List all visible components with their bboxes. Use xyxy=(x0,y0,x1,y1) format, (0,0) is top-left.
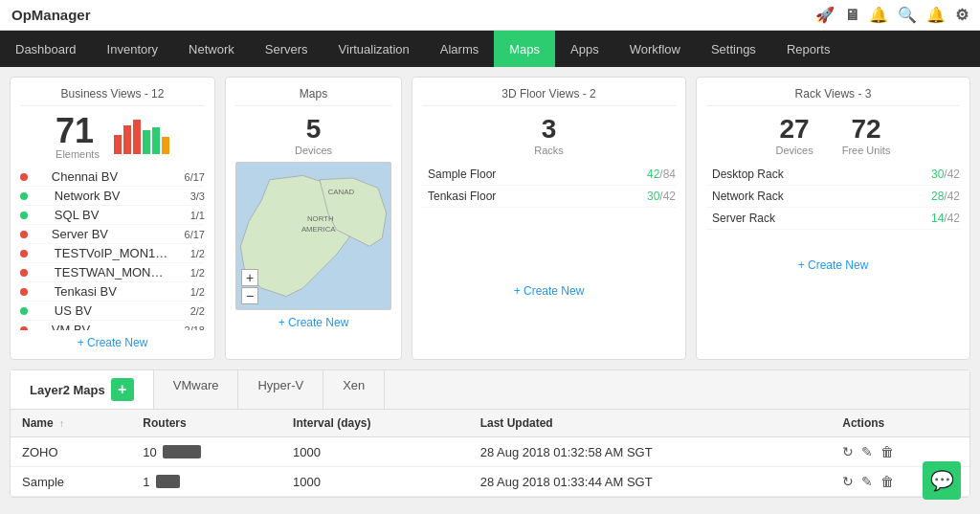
rocket-icon[interactable]: 🚀 xyxy=(815,6,835,24)
add-map-button[interactable]: + xyxy=(111,378,134,401)
status-dot xyxy=(20,326,28,331)
bv-item-count: 1/2 xyxy=(190,286,205,298)
bv-item-count: 1/2 xyxy=(190,248,205,259)
list-item: Chennai BV 6/17 xyxy=(20,168,205,187)
router-cell: 10 xyxy=(143,445,270,459)
map-create-new[interactable]: + Create New xyxy=(235,316,391,329)
bv-list: Chennai BV 6/17 Network BV 3/3 SQL BV 1/… xyxy=(20,168,205,330)
nav-virtualization[interactable]: Virtualization xyxy=(323,31,425,67)
nav-reports[interactable]: Reports xyxy=(771,31,846,67)
bv-item-count: 6/17 xyxy=(185,171,205,183)
bv-item-name: SQL BV xyxy=(55,208,169,222)
tab-hyperv[interactable]: Hyper-V xyxy=(238,370,323,409)
bv-item-count: 2/2 xyxy=(190,305,205,317)
nav-dashboard[interactable]: Dashboard xyxy=(0,31,92,67)
floor-item-name: Sample Floor xyxy=(428,168,496,181)
sort-icon: ↑ xyxy=(59,418,64,429)
router-cell: 1 xyxy=(143,475,270,489)
refresh-icon[interactable]: ↻ xyxy=(842,444,854,459)
list-item: TESTVoIP_MON1_V... 1/2 xyxy=(20,244,205,263)
status-dot xyxy=(20,269,28,277)
floor-create-new[interactable]: + Create New xyxy=(422,284,676,298)
tab-xen[interactable]: Xen xyxy=(323,370,385,409)
nav-workflow[interactable]: Workflow xyxy=(614,31,696,67)
rack-views-panel: Rack Views - 3 27 Devices 72 Free Units xyxy=(696,77,970,360)
tab-vmware[interactable]: VMware xyxy=(154,370,239,409)
floor-item-name-wrap: Sample Floor xyxy=(422,168,647,181)
bv-item-name: TESTWAN_MON1_... xyxy=(55,265,169,279)
row-interval: 1000 xyxy=(281,437,469,467)
bv-item-name: US BV xyxy=(55,303,169,318)
router-count: 10 xyxy=(143,445,156,459)
floor-item-count: 42/84 xyxy=(647,168,676,181)
map-zoom-controls: + − xyxy=(241,269,258,304)
list-item: SQL BV 1/1 xyxy=(20,206,205,225)
nav-settings[interactable]: Settings xyxy=(696,31,771,67)
navbar: Dashboard Inventory Network Servers Virt… xyxy=(0,31,980,67)
nav-network[interactable]: Network xyxy=(173,31,250,67)
panels-row: Business Views - 12 71 Elements xyxy=(10,77,970,360)
bv-item-name: Network BV xyxy=(55,189,169,203)
bv-create-new[interactable]: + Create New xyxy=(20,336,205,349)
rack-title: Rack Views - 3 xyxy=(706,87,960,106)
bv-item-name: Tenkasi BV xyxy=(55,284,169,299)
row-name: Sample xyxy=(11,467,131,497)
bell-icon[interactable]: 🔔 xyxy=(926,6,946,24)
status-dot xyxy=(20,173,28,181)
rack-item-name: Server Rack xyxy=(712,212,775,225)
bottom-section: Layer2 Maps + VMware Hyper-V Xen Name ↑ … xyxy=(10,369,970,498)
svg-text:AMERICA: AMERICA xyxy=(301,225,336,234)
refresh-icon[interactable]: ↻ xyxy=(842,474,854,489)
zoom-out-button[interactable]: − xyxy=(241,287,258,304)
delete-icon[interactable]: 🗑 xyxy=(880,444,894,459)
list-item: Tenkasi BV 1/2 xyxy=(20,282,205,302)
rack-list: Desktop Rack 30/42 Network Rack 28/42 xyxy=(706,164,960,230)
row-last-updated: 28 Aug 2018 01:32:58 AM SGT xyxy=(469,437,832,467)
tab-layer2-maps[interactable]: Layer2 Maps + xyxy=(11,370,154,409)
row-name: ZOHO xyxy=(11,437,131,467)
layer2-table: Name ↑ Routers Interval (days) Last Upda… xyxy=(11,410,969,497)
rack-item-count: 14/42 xyxy=(931,212,960,225)
nav-maps[interactable]: Maps xyxy=(494,31,555,67)
search-icon[interactable]: 🔍 xyxy=(898,6,917,24)
status-dot xyxy=(20,250,28,257)
table-row: ZOHO 10 1000 28 Aug 2018 01:32:58 AM SGT… xyxy=(11,437,969,467)
titlebar: OpManager 🚀 🖥 🔔 🔍 🔔 ⚙ xyxy=(0,0,980,31)
rack-item-name-wrap: Desktop Rack xyxy=(706,168,931,181)
tabs-header: Layer2 Maps + VMware Hyper-V Xen xyxy=(11,370,969,410)
table-header-row: Name ↑ Routers Interval (days) Last Upda… xyxy=(11,410,969,437)
app-title: OpManager xyxy=(11,7,91,23)
row-interval: 1000 xyxy=(281,467,469,497)
nav-inventory[interactable]: Inventory xyxy=(92,31,173,67)
rack-devices-stat: 27 Devices xyxy=(776,114,813,156)
bv-item-name: VM BV xyxy=(52,323,167,330)
bv-item-count: 3/3 xyxy=(190,190,205,202)
monitor-icon[interactable]: 🖥 xyxy=(844,7,859,24)
nav-servers[interactable]: Servers xyxy=(250,31,323,67)
col-last-updated: Last Updated xyxy=(469,410,832,437)
rack-item-count: 30/42 xyxy=(931,168,960,181)
alert-icon[interactable]: 🔔 xyxy=(869,6,888,24)
edit-icon[interactable]: ✎ xyxy=(861,444,873,459)
delete-icon[interactable]: 🗑 xyxy=(880,474,894,489)
action-icons: ↻ ✎ 🗑 xyxy=(842,444,958,459)
rack-devices-count: 27 xyxy=(776,114,813,145)
floor-item-name-wrap: Tenkasi Floor xyxy=(422,190,647,203)
chat-button[interactable]: 💬 xyxy=(923,461,961,500)
rack-create-new[interactable]: + Create New xyxy=(706,258,960,272)
rack-devices-label: Devices xyxy=(776,145,813,156)
zoom-in-button[interactable]: + xyxy=(241,269,258,286)
nav-alarms[interactable]: Alarms xyxy=(425,31,494,67)
floor-title: 3D Floor Views - 2 xyxy=(422,87,676,106)
map-image: NORTH AMERICA CANAD + − xyxy=(235,162,391,310)
settings-icon[interactable]: ⚙ xyxy=(955,6,969,24)
bv-item-count: 2/18 xyxy=(185,324,205,331)
edit-icon[interactable]: ✎ xyxy=(861,474,873,489)
floor-item-name: Tenkasi Floor xyxy=(428,190,496,203)
nav-apps[interactable]: Apps xyxy=(555,31,614,67)
status-dot xyxy=(20,231,28,238)
bv-item-count: 1/1 xyxy=(190,210,205,221)
col-routers: Routers xyxy=(131,410,281,437)
list-item: Network Rack 28/42 xyxy=(706,186,960,208)
status-dot xyxy=(20,192,28,200)
